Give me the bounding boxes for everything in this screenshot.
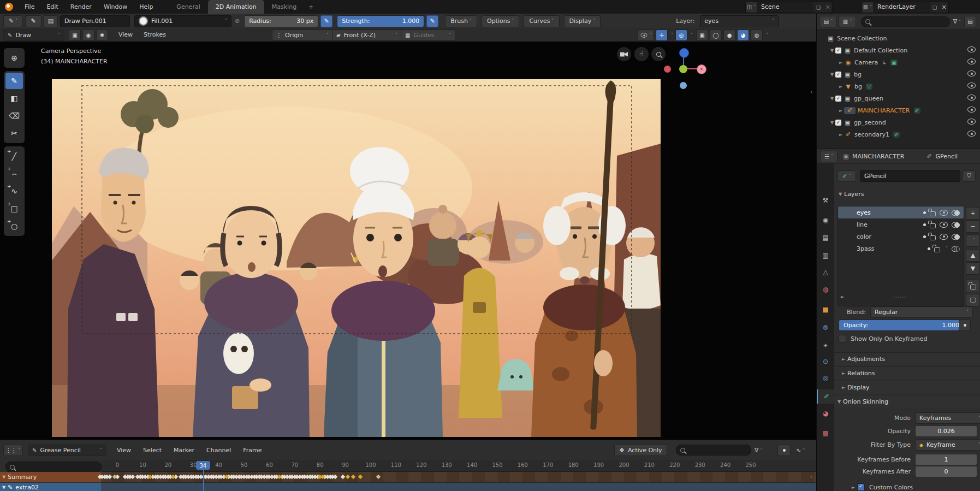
remove-layer-button[interactable]: − xyxy=(966,220,980,233)
editor-type-dropdown[interactable]: ⋮⋮˅ xyxy=(3,444,23,456)
layer-row-line[interactable]: line xyxy=(838,218,964,230)
collection-checkbox[interactable]: ✓ xyxy=(835,72,841,78)
outliner-label[interactable]: Default Collection xyxy=(854,47,907,54)
outliner-label[interactable]: Scene Collection xyxy=(837,35,887,42)
layer-opacity-slider[interactable]: Opacity:1.000 xyxy=(839,320,964,331)
collection-checkbox[interactable]: ✓ xyxy=(835,120,841,126)
lock-icon[interactable] xyxy=(930,235,936,240)
layers-list-resize-grip[interactable]: '''''' xyxy=(893,297,907,301)
lock-icon[interactable] xyxy=(930,223,936,228)
expand-down-icon[interactable]: ▼ xyxy=(829,96,835,101)
custom-colors-checkbox[interactable] xyxy=(857,483,865,491)
outliner-label[interactable]: gp_second xyxy=(854,119,886,126)
outliner-row-scene-collection[interactable]: ▣Scene Collection xyxy=(817,32,980,44)
channel-extra02[interactable]: ▼✎extra02 xyxy=(0,483,101,491)
filter-funnel-icon[interactable]: ∇˅ xyxy=(953,18,961,25)
view-layer-selector[interactable]: ▥˅ RenderLayer ❏ ✕ xyxy=(862,2,949,13)
outliner-row-default-collection[interactable]: ▼✓▣Default Collection xyxy=(817,44,980,56)
hide-in-viewport-icon[interactable] xyxy=(967,119,976,126)
show-only-keyframed-row[interactable]: Show Only On Keyframed xyxy=(839,335,928,342)
properties-tab-modifiers[interactable]: ⚙ xyxy=(817,321,834,335)
tool-curve[interactable]: +∿ xyxy=(5,183,23,199)
show-gizmo-dropdown[interactable]: ˅ xyxy=(638,29,654,41)
sidebar-collapse-arrow[interactable]: ‹ xyxy=(810,88,812,96)
remove-view-layer-button[interactable]: ✕ xyxy=(940,4,948,11)
expand-right-icon[interactable]: ► xyxy=(838,60,844,65)
menu-window[interactable]: Window xyxy=(98,0,133,14)
fcurve-easing-icon[interactable]: ∿˅ xyxy=(796,447,805,454)
channel-search-input[interactable] xyxy=(5,462,102,472)
shading-material-icon[interactable]: ◕ xyxy=(737,29,749,41)
menu-view[interactable]: View xyxy=(111,443,137,457)
expand-right-icon[interactable]: ► xyxy=(838,132,844,137)
outliner-row-bg[interactable]: ►▼bg▽ xyxy=(817,80,980,92)
xray-toggle-icon[interactable]: ▣ xyxy=(696,29,708,41)
properties-tab-effects[interactable]: ✦ xyxy=(817,339,834,353)
shading-rendered-icon[interactable]: ◍ xyxy=(751,29,763,41)
axis-x-positive[interactable]: x xyxy=(697,64,706,74)
viewport-canvas[interactable] xyxy=(52,79,661,437)
add-layer-button[interactable]: + xyxy=(966,207,980,220)
mask-dot-icon[interactable] xyxy=(923,235,926,238)
layer-name[interactable]: eyes xyxy=(838,209,871,216)
onion-skin-icon[interactable] xyxy=(952,246,959,251)
workspace-tab-2d-animation[interactable]: 2D Animation xyxy=(208,0,264,14)
shading-solid-icon[interactable]: ● xyxy=(723,29,735,41)
current-frame-badge[interactable]: 34 xyxy=(196,461,210,470)
lock-icon[interactable] xyxy=(934,247,940,252)
tool-preset-dropdown[interactable]: ✎˅ xyxy=(3,15,23,27)
brush-datablock-icon[interactable]: ▤ xyxy=(44,15,58,27)
properties-tab-scene[interactable]: △ xyxy=(817,265,834,279)
scene-name[interactable]: Scene xyxy=(757,2,813,13)
axis-z-positive[interactable] xyxy=(679,48,689,58)
hide-in-viewport-icon[interactable] xyxy=(967,46,976,54)
popover-brush[interactable]: Brush˅ xyxy=(445,15,477,27)
properties-tab-physics[interactable]: ⊙ xyxy=(817,354,834,369)
brush-name-field[interactable]: Draw Pen.001 xyxy=(60,15,130,27)
gizmos-toggle-icon[interactable]: ✛ xyxy=(656,29,668,41)
shading-wireframe-icon[interactable]: ◯ xyxy=(710,29,722,41)
collection-checkbox[interactable]: ✓ xyxy=(835,48,841,54)
hide-in-viewport-icon[interactable] xyxy=(967,107,976,114)
hide-in-viewport-icon[interactable] xyxy=(967,131,976,138)
scene-selector[interactable]: ◫˅ Scene ❏ ✕ xyxy=(745,2,833,13)
outliner-search-input[interactable] xyxy=(861,16,950,27)
channel-summary[interactable]: ▼Summary xyxy=(0,472,101,482)
layer-dropdown[interactable]: eyes˅ xyxy=(700,15,779,27)
properties-tab-view-layer[interactable]: ▥ xyxy=(817,249,834,263)
outliner-row-gp-queen[interactable]: ▼✓▣gp_queen xyxy=(817,92,980,104)
layer-name[interactable]: color xyxy=(838,233,871,240)
expand-right-icon[interactable]: ► xyxy=(838,108,844,113)
keyframes-before-field[interactable]: 1 xyxy=(915,454,977,465)
dope-sheet-mode-dropdown[interactable]: ✎Grease Pencil˅ xyxy=(28,445,106,456)
tool-arc[interactable]: +⌢ xyxy=(5,165,23,182)
tool-fill[interactable]: ◧ xyxy=(5,90,23,107)
menu-help[interactable]: Help xyxy=(133,0,159,14)
material-selector[interactable]: Fill.001 ˅ xyxy=(134,15,231,27)
unlink-scene-button[interactable]: ✕ xyxy=(823,4,832,11)
properties-tab-constraints[interactable]: ◎ xyxy=(817,371,834,385)
layer-row-eyes[interactable]: eyes xyxy=(838,206,964,218)
layers-panel-header[interactable]: ▼Layers xyxy=(836,191,864,198)
dope-sheet-body[interactable]: 0102030405060708090100110120130140150160… xyxy=(0,460,816,491)
workspace-tab-general[interactable]: General xyxy=(169,0,207,14)
camera-view-button[interactable] xyxy=(617,47,631,61)
properties-tab-texture[interactable]: ▩ xyxy=(817,426,834,440)
outliner-row-maincharacter[interactable]: ►✐MAINCHARACTER✐ xyxy=(817,104,980,116)
menu-file[interactable]: File xyxy=(19,0,40,14)
onion-mode-dropdown[interactable]: Keyframes˅ xyxy=(915,412,980,424)
expand-down-icon[interactable]: ▼ xyxy=(829,48,835,53)
expand-right-icon[interactable]: ► xyxy=(838,84,844,89)
panel-adjustments[interactable]: ►Adjustments xyxy=(834,352,980,365)
tool-cutter[interactable]: ✂ xyxy=(5,125,23,141)
menu-select[interactable]: Select xyxy=(137,443,168,457)
panel-display[interactable]: ►Display xyxy=(834,381,980,393)
menu-view[interactable]: View xyxy=(113,28,138,42)
tool-erase[interactable]: ⌫ xyxy=(5,108,23,124)
move-layer-down-button[interactable]: ▼ xyxy=(966,262,980,275)
outliner-label[interactable]: Camera xyxy=(854,59,878,66)
axis-x-negative[interactable] xyxy=(664,66,671,73)
guides-dropdown[interactable]: ▦Guides˅ xyxy=(401,29,455,41)
strength-slider[interactable]: Strength:1.000 xyxy=(337,15,424,27)
snap-icon[interactable]: ✱ xyxy=(96,29,108,41)
